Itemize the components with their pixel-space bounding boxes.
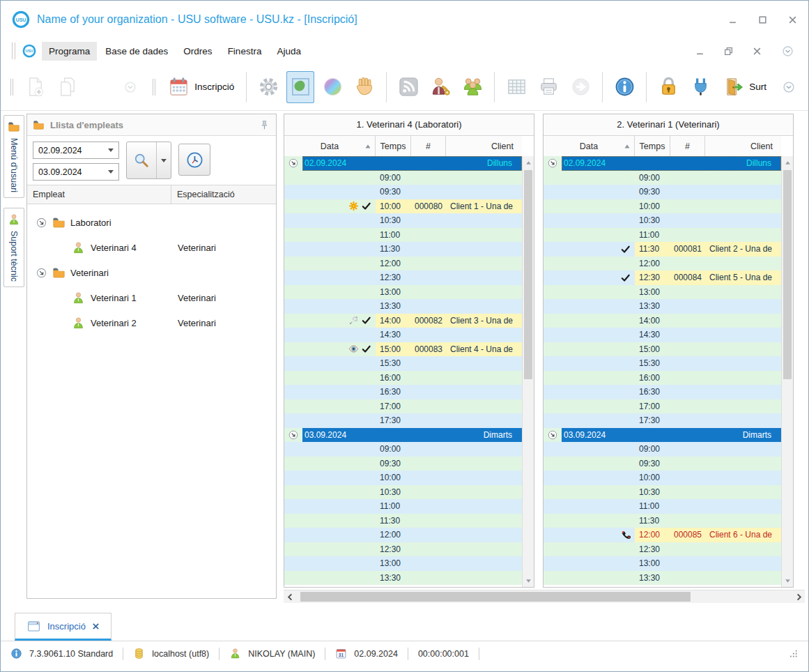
employee-row[interactable]: Veterinari 4Veterinari — [27, 235, 276, 260]
time-slot-row[interactable]: 14:00 — [544, 314, 781, 328]
info-button[interactable] — [610, 71, 638, 103]
time-slot-row[interactable]: 13:00 — [544, 556, 781, 571]
column-header-temps[interactable]: Temps — [376, 136, 411, 156]
time-slot-row[interactable]: 10:30 — [284, 213, 522, 228]
time-slot-row[interactable]: 15:30 — [284, 356, 522, 371]
mdi-restore-icon[interactable] — [724, 47, 733, 56]
time-slot-row[interactable]: 09:30 — [284, 457, 522, 471]
tab-close-icon[interactable] — [92, 623, 100, 630]
vertical-scrollbar-thumb[interactable] — [783, 170, 792, 379]
vertical-scrollbar[interactable] — [781, 156, 793, 587]
date-to-select[interactable]: 03.09.2024 — [33, 163, 119, 181]
toolbar-grip[interactable] — [153, 79, 155, 96]
time-slot-row[interactable]: 10:30 — [284, 485, 522, 500]
time-slot-row[interactable]: 10:30 — [544, 213, 781, 228]
time-slot-row[interactable]: 09:30 — [544, 185, 781, 199]
date-band[interactable]: 03.09.2024Dimarts — [302, 428, 522, 443]
inscripcio-module-button[interactable]: Inscripció — [164, 71, 238, 103]
exit-button[interactable]: Surt — [718, 71, 771, 103]
horizontal-scrollbar[interactable] — [284, 590, 805, 603]
expand-icon[interactable] — [36, 267, 47, 279]
time-slot-row[interactable]: 16:00 — [284, 371, 522, 385]
appointment-row[interactable]: 11:30000081Client 2 - Una de — [544, 242, 781, 257]
schedule-time-button[interactable] — [178, 144, 210, 176]
appointment-row[interactable]: 15:00000083Client 4 - Una de — [284, 342, 522, 357]
appointment-row[interactable]: 12:30000084Client 5 - Una de — [544, 270, 781, 285]
toolbar-grip[interactable] — [12, 43, 15, 59]
new-document-button[interactable] — [22, 71, 49, 103]
date-header-row[interactable]: 03.09.2024Dimarts — [284, 428, 522, 443]
time-slot-row[interactable]: 09:00 — [284, 171, 522, 185]
time-slot-row[interactable]: 17:30 — [284, 413, 522, 428]
close-icon[interactable] — [788, 15, 797, 24]
time-slot-row[interactable]: 17:00 — [544, 399, 781, 414]
time-slot-row[interactable]: 10:00 — [544, 471, 781, 485]
lock-button[interactable] — [654, 71, 682, 103]
time-slot-row[interactable]: 10:30 — [544, 485, 781, 500]
appointment-row[interactable]: 12:00000085Client 6 - Una de — [544, 528, 781, 542]
time-slot-row[interactable]: 12:30 — [544, 542, 781, 557]
appointment-row[interactable]: 10:00000080Client 1 - Una de — [284, 199, 522, 214]
time-slot-row[interactable]: 13:00 — [284, 285, 522, 300]
time-slot-row[interactable]: 12:00 — [284, 257, 522, 271]
employee-row[interactable]: Veterinari 2Veterinari — [27, 310, 276, 335]
user-access-button[interactable] — [426, 71, 454, 103]
date-band[interactable]: 02.09.2024Dilluns — [562, 156, 781, 171]
pin-icon[interactable] — [259, 119, 270, 131]
time-slot-row[interactable]: 13:00 — [284, 556, 522, 571]
time-slot-row[interactable]: 14:30 — [544, 328, 781, 342]
time-slot-row[interactable]: 13:30 — [284, 299, 522, 314]
expand-icon[interactable] — [288, 158, 299, 169]
mdi-minimize-icon[interactable] — [695, 47, 704, 56]
scroll-down-arrow-icon[interactable] — [523, 575, 534, 586]
toolbar-overflow-button[interactable] — [775, 71, 803, 103]
copy-document-button[interactable] — [54, 71, 82, 103]
time-slot-row[interactable]: 11:30 — [284, 242, 522, 257]
time-slot-row[interactable]: 09:30 — [544, 457, 781, 471]
time-slot-row[interactable]: 12:00 — [284, 528, 522, 542]
column-header-especialitzacio[interactable]: Especialització — [171, 185, 276, 204]
time-slot-row[interactable]: 12:30 — [284, 542, 522, 557]
time-slot-row[interactable]: 11:00 — [284, 499, 522, 514]
scroll-up-arrow-icon[interactable] — [782, 157, 793, 168]
time-slot-row[interactable]: 12:30 — [284, 270, 522, 285]
time-slot-row[interactable]: 09:00 — [284, 442, 522, 457]
search-split-button[interactable] — [126, 142, 171, 179]
expand-icon[interactable] — [547, 158, 558, 169]
time-slot-row[interactable]: 14:30 — [284, 328, 522, 342]
column-header-client[interactable]: Client — [446, 136, 522, 156]
time-slot-row[interactable]: 12:00 — [544, 257, 781, 271]
time-slot-row[interactable]: 11:00 — [544, 499, 781, 514]
time-slot-row[interactable]: 11:30 — [284, 514, 522, 528]
time-slot-row[interactable]: 09:00 — [544, 171, 781, 185]
time-slot-row[interactable]: 13:00 — [544, 285, 781, 300]
time-slot-row[interactable]: 17:30 — [544, 413, 781, 428]
sidebar-tab-support[interactable]: Suport tècnic — [3, 208, 24, 287]
go-forward-button[interactable] — [567, 71, 594, 103]
time-slot-row[interactable]: 13:30 — [544, 299, 781, 314]
menu-programa[interactable]: Programa — [42, 42, 97, 61]
employee-row[interactable]: Veterinari 1Veterinari — [27, 285, 276, 310]
time-slot-row[interactable]: 10:00 — [284, 471, 522, 485]
menu-ajuda[interactable]: Ajuda — [270, 42, 308, 61]
time-slot-row[interactable]: 16:30 — [544, 385, 781, 399]
time-slot-row[interactable]: 09:30 — [284, 185, 522, 199]
sidebar-tab-user-menu[interactable]: Menú d'usuari — [3, 115, 24, 198]
menu-ordres[interactable]: Ordres — [176, 42, 219, 61]
column-header-temps[interactable]: Temps — [635, 136, 670, 156]
column-header-empleat[interactable]: Empleat — [27, 185, 171, 204]
time-slot-row[interactable]: 15:00 — [544, 342, 781, 357]
map-button[interactable] — [286, 71, 314, 103]
time-slot-row[interactable]: 11:00 — [284, 228, 522, 243]
scroll-right-arrow-icon[interactable] — [792, 590, 805, 603]
date-header-row[interactable]: 02.09.2024Dilluns — [544, 156, 781, 171]
scroll-down-arrow-icon[interactable] — [782, 575, 793, 586]
date-band[interactable]: 02.09.2024Dilluns — [302, 156, 522, 171]
employee-group-row[interactable]: Laboratori — [27, 210, 276, 235]
maximize-icon[interactable] — [758, 15, 767, 24]
time-slot-row[interactable]: 11:30 — [544, 514, 781, 528]
date-from-select[interactable]: 02.09.2024 — [33, 142, 119, 159]
vertical-scrollbar[interactable] — [522, 156, 534, 587]
time-slot-row[interactable]: 16:30 — [284, 385, 522, 399]
expand-icon[interactable] — [547, 429, 558, 441]
